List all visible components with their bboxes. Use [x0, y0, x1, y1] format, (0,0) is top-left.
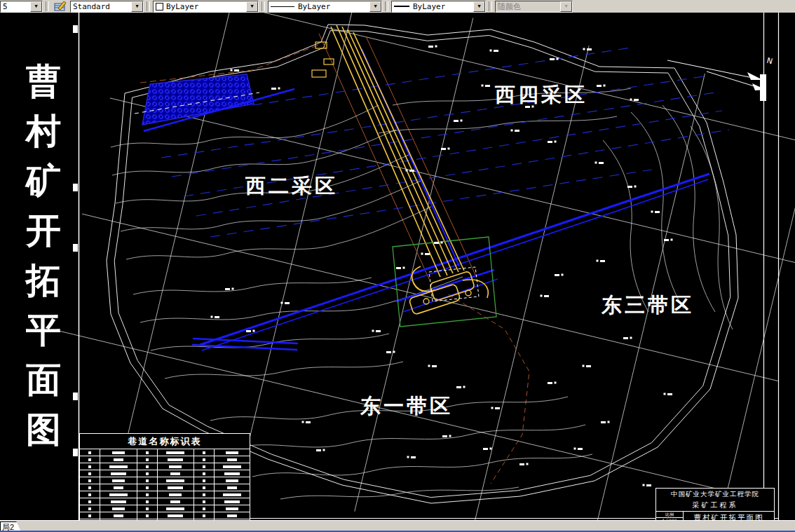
svg-text:N: N: [766, 56, 773, 67]
district-label: 东一带区: [360, 393, 453, 421]
hatched-goaf-area: [142, 74, 254, 125]
vertical-title-char: 矿: [21, 156, 66, 205]
vertical-title-char: 图: [21, 404, 66, 454]
legend-table-title: 巷道名称标识表: [80, 434, 250, 449]
vertical-title-char: 开: [21, 205, 66, 255]
vertical-title-char: 村: [21, 106, 66, 156]
legend-table-row: [80, 470, 250, 477]
text-style-arrow-icon[interactable]: ▼: [131, 1, 143, 12]
title-block-department: 采矿工程系: [656, 500, 774, 510]
plotstyle-value: 随颜色: [498, 1, 521, 12]
legend-table-row: [80, 463, 250, 470]
toolbar-separator: [261, 1, 265, 11]
legend-table-row: [80, 491, 250, 498]
lineweight-combobox[interactable]: ByLayer ▼: [391, 1, 486, 13]
scale-label: 比例: [656, 512, 683, 518]
linetype-preview-icon: [271, 6, 294, 7]
toolbar: 5 ▼ Standard ▼ ByLayer ▼ ByLayer ▼: [0, 0, 795, 13]
layer-combobox-arrow-icon[interactable]: ▼: [30, 1, 42, 12]
legend-table-row: [80, 477, 250, 484]
linetype-value: ByLayer: [298, 2, 330, 11]
toolbar-separator: [147, 1, 150, 11]
plotstyle-arrow-icon: ▼: [560, 1, 572, 12]
lineweight-preview-icon: [394, 6, 409, 7]
toolbar-separator: [489, 1, 492, 11]
lineweight-arrow-icon[interactable]: ▼: [473, 1, 485, 12]
vertical-title-char: 拓: [21, 255, 66, 305]
vertical-title-char: 平: [21, 305, 66, 355]
legend-table-row: [80, 505, 250, 512]
toolbar-separator: [46, 1, 49, 11]
color-arrow-icon[interactable]: ▼: [246, 1, 258, 12]
legend-table-row: [80, 456, 250, 463]
drawing-canvas[interactable]: N 曹村矿开拓平面图 西四采区西二采: [0, 13, 795, 520]
toolbar-separator: [385, 1, 388, 11]
district-label: 东三带区: [602, 292, 694, 320]
legend-table-row: [80, 449, 250, 456]
vertical-title-char: 面: [21, 355, 66, 404]
vertical-title: 曹村矿开拓平面图: [21, 56, 66, 454]
layer-combobox[interactable]: 5 ▼: [0, 1, 43, 13]
color-combobox[interactable]: ByLayer ▼: [153, 1, 259, 13]
layer-tool-icon: [54, 1, 67, 12]
status-bar: 局2: [0, 520, 795, 531]
legend-table-row: [80, 512, 250, 519]
plotstyle-combobox: 随颜色 ▼: [495, 1, 573, 13]
text-style-combobox[interactable]: Standard ▼: [70, 1, 144, 13]
district-label: 西四采区: [495, 81, 587, 109]
legend-table-row: [80, 498, 250, 505]
layer-combobox-value: 5: [3, 2, 8, 11]
lineweight-value: ByLayer: [413, 2, 445, 11]
title-block-school: 中国矿业大学矿业工程学院: [656, 490, 774, 499]
color-swatch-icon: [156, 3, 163, 11]
legend-table-row: [80, 484, 250, 491]
district-label: 西二采区: [245, 172, 338, 200]
vertical-title-char: 曹: [21, 56, 66, 106]
linetype-arrow-icon[interactable]: ▼: [369, 1, 381, 12]
north-arrow-icon: N: [667, 56, 774, 90]
make-layer-current-button[interactable]: [52, 0, 69, 13]
color-value: ByLayer: [166, 2, 198, 11]
roadway-legend-table: 巷道名称标识表: [79, 433, 250, 532]
linetype-combobox[interactable]: ByLayer ▼: [268, 1, 382, 13]
text-style-value: Standard: [73, 2, 110, 11]
cad-application-window: 5 ▼ Standard ▼ ByLayer ▼ ByLayer ▼: [0, 0, 795, 532]
